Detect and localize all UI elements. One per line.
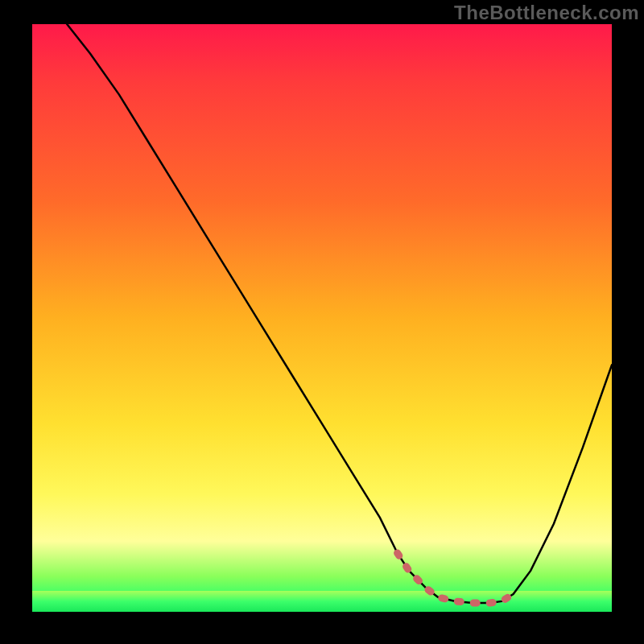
bottleneck-curve-path	[67, 24, 612, 603]
curve-svg	[32, 24, 612, 612]
optimal-range-marker-path	[398, 553, 514, 603]
plot-area	[32, 24, 612, 612]
watermark-text: TheBottleneck.com	[454, 2, 639, 24]
chart-frame: TheBottleneck.com	[0, 0, 644, 644]
